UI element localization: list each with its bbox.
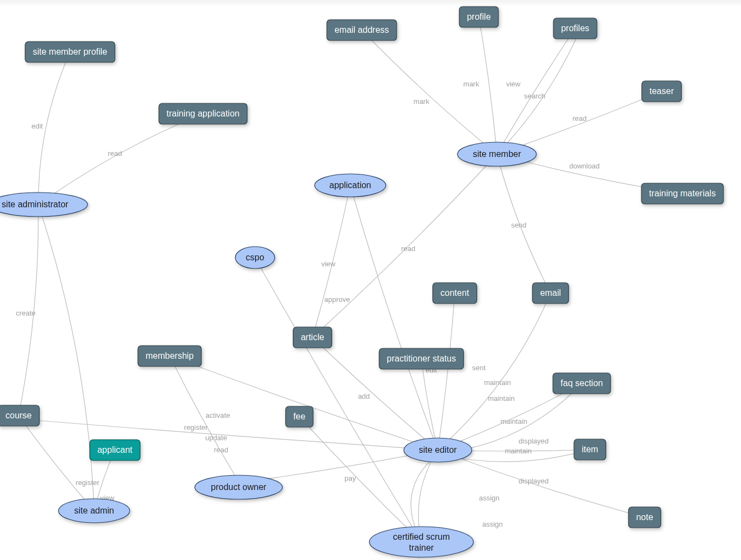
edge-application-site_editor bbox=[350, 185, 438, 450]
node-teaser[interactable]: teaser bbox=[642, 81, 681, 102]
edge-label-read: read bbox=[572, 114, 587, 122]
edge-label-register: register bbox=[184, 423, 208, 431]
node-email[interactable]: email bbox=[532, 283, 569, 304]
node-content[interactable]: content bbox=[433, 283, 477, 304]
node-cspo[interactable]: cspo bbox=[235, 247, 275, 269]
node-faq-section[interactable]: faq section bbox=[553, 373, 610, 394]
edge-site_member-profiles bbox=[497, 28, 575, 154]
node-label-cspo: cspo bbox=[246, 253, 264, 262]
edge-label-send: send bbox=[511, 221, 526, 229]
graph-canvas[interactable]: editreadcreatemarkmarkviewsearchreaddown… bbox=[0, 0, 741, 560]
node-site-editor[interactable]: site editor bbox=[404, 438, 472, 462]
node-label-site-administrator: site administrator bbox=[2, 200, 68, 209]
node-label-site-admin: site admin bbox=[74, 506, 114, 515]
node-site-member[interactable]: site member bbox=[458, 142, 536, 166]
edge-label-maintain: maintain bbox=[500, 417, 527, 425]
node-application[interactable]: application bbox=[315, 174, 386, 197]
edge-label-create: create bbox=[16, 309, 36, 317]
node-label-applicant: applicant bbox=[97, 445, 133, 454]
edge-label-add: add bbox=[358, 392, 370, 400]
node-label-membership: membership bbox=[146, 351, 194, 360]
edge-label-register: register bbox=[76, 479, 100, 487]
node-label-email-address: email address bbox=[334, 25, 389, 34]
edge-label-view: view bbox=[506, 80, 521, 88]
node-label-profiles: profiles bbox=[561, 24, 589, 33]
edge-certified_scrum-fee bbox=[299, 417, 421, 542]
edge-label-mark: mark bbox=[464, 80, 479, 88]
edge-label-download: download bbox=[569, 162, 600, 170]
node-label-content: content bbox=[441, 288, 470, 298]
edge-site_administrator-site_member_profile bbox=[38, 52, 70, 205]
node-applicant[interactable]: applicant bbox=[90, 440, 140, 460]
edge-label-search: search bbox=[524, 92, 545, 100]
edge-site_member-profiles bbox=[497, 28, 581, 154]
edge-label-displayed: displayed bbox=[519, 477, 549, 485]
svg-point-25 bbox=[369, 527, 473, 557]
node-profiles[interactable]: profiles bbox=[553, 18, 597, 39]
node-label-product-owner: product owner bbox=[211, 482, 267, 492]
node-site-admin[interactable]: site admin bbox=[59, 499, 130, 523]
node-label-email: email bbox=[540, 288, 561, 298]
node-label-site-member: site member bbox=[473, 149, 522, 159]
node-profile[interactable]: profile bbox=[459, 7, 499, 27]
node-label-article: article bbox=[301, 332, 325, 342]
node-label-site-editor: site editor bbox=[419, 445, 457, 454]
node-fee[interactable]: fee bbox=[286, 406, 313, 427]
edge-label-activate: activate bbox=[206, 411, 230, 419]
edge-label-read: read bbox=[108, 149, 122, 158]
edge-label-assign: assign bbox=[482, 520, 503, 528]
node-course[interactable]: course bbox=[0, 405, 39, 426]
edge-label-view: view bbox=[321, 260, 336, 268]
node-label-teaser: teaser bbox=[650, 86, 674, 96]
edge-label-approve: approve bbox=[325, 295, 350, 304]
edge-label-mark: mark bbox=[414, 97, 430, 106]
edge-site_editor-course bbox=[19, 419, 438, 450]
edge-label-maintain: maintain bbox=[488, 394, 514, 402]
node-training-application[interactable]: training application bbox=[159, 103, 247, 124]
edge-site_administrator-site_admin bbox=[38, 205, 94, 511]
edge-site_administrator-training_application bbox=[38, 114, 203, 205]
node-label-course: course bbox=[5, 411, 32, 420]
edge-label-pay: pay bbox=[345, 474, 356, 482]
node-training-materials[interactable]: training materials bbox=[641, 183, 723, 204]
edge-label-displayed: displayed bbox=[519, 437, 549, 445]
node-email-address[interactable]: email address bbox=[327, 20, 397, 40]
edge-label-sent: sent bbox=[472, 364, 486, 372]
edge-label-assign: assign bbox=[479, 494, 500, 502]
node-note[interactable]: note bbox=[628, 507, 661, 528]
node-label-fee: fee bbox=[293, 412, 305, 421]
node-label-practitioner-status: practitioner status bbox=[387, 354, 456, 363]
node-site-member-profile[interactable]: site member profile bbox=[25, 42, 115, 62]
edge-label-maintain: maintain bbox=[505, 447, 531, 455]
svg-text:trainer: trainer bbox=[409, 543, 434, 552]
edge-site_admin-course bbox=[19, 416, 94, 511]
edge-site_member-profile bbox=[479, 17, 497, 154]
node-label-item: item bbox=[582, 445, 598, 454]
node-product-owner[interactable]: product owner bbox=[195, 475, 282, 499]
node-label-faq-section: faq section bbox=[560, 378, 603, 388]
node-label-training-application: training application bbox=[166, 109, 239, 118]
edge-label-read: read bbox=[214, 446, 228, 454]
edge-site_editor-content bbox=[438, 293, 455, 450]
node-item[interactable]: item bbox=[574, 439, 606, 460]
node-label-certified-scrum: certified scrum bbox=[393, 532, 450, 541]
edge-label-read: read bbox=[401, 244, 415, 253]
node-label-training-materials: training materials bbox=[649, 189, 716, 198]
node-label-site-member-profile: site member profile bbox=[33, 47, 107, 56]
node-membership[interactable]: membership bbox=[138, 346, 201, 366]
node-site-administrator[interactable]: site administrator bbox=[0, 192, 88, 217]
node-certified-scrum[interactable]: certified scrumtrainer bbox=[369, 527, 473, 557]
node-practitioner-status[interactable]: practitioner status bbox=[379, 348, 464, 369]
node-label-note: note bbox=[636, 512, 653, 522]
edge-label-edit: edit bbox=[32, 122, 43, 130]
node-label-application: application bbox=[329, 180, 372, 190]
node-article[interactable]: article bbox=[293, 327, 332, 348]
edge-site_member-email_address bbox=[362, 30, 497, 154]
node-label-profile: profile bbox=[467, 12, 491, 21]
